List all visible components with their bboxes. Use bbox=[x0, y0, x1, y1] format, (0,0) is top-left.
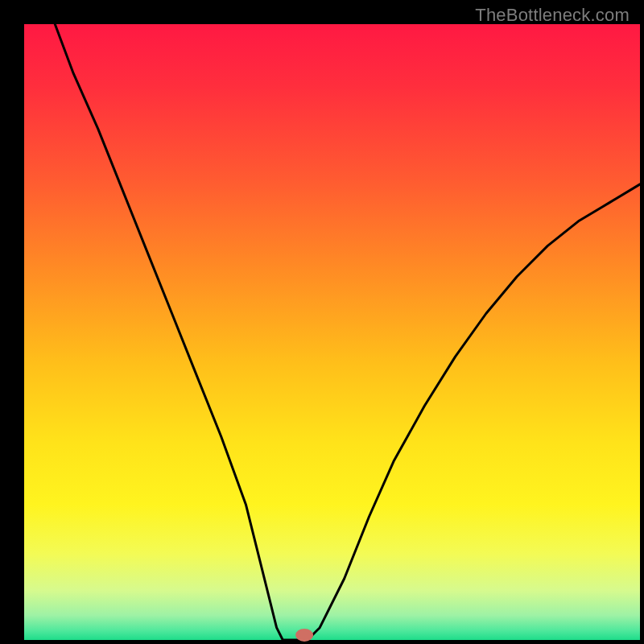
watermark-text: TheBottleneck.com bbox=[475, 5, 630, 26]
bottleneck-chart bbox=[0, 0, 644, 644]
plot-background bbox=[24, 24, 640, 640]
chart-frame: TheBottleneck.com bbox=[0, 0, 644, 644]
optimal-point-marker bbox=[295, 629, 313, 642]
